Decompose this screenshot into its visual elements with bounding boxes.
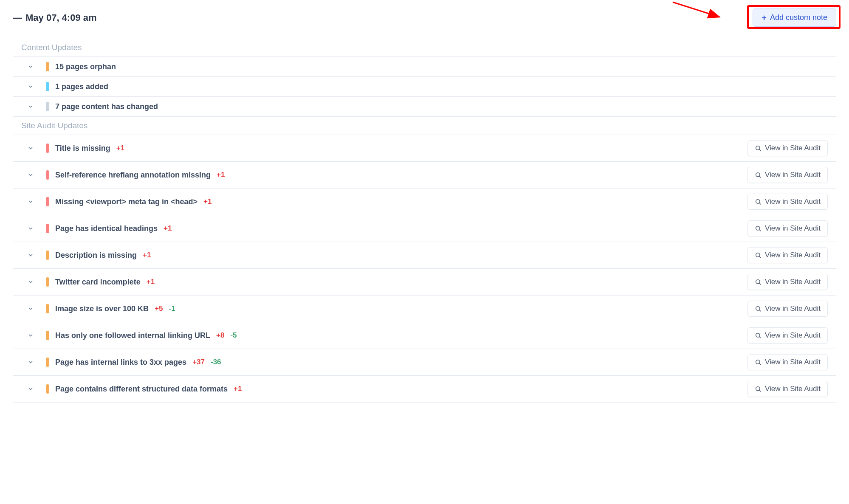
site-audit-header: Site Audit Updates [13,117,836,135]
item-label: Page contains different structured data … [55,385,228,394]
content-update-row: 1 pages added [13,77,836,97]
view-button-label: View in Site Audit [765,144,821,152]
item-label: 7 page content has changed [55,102,158,111]
site-audit-row: Has only one followed internal linking U… [13,322,836,349]
item-label: Title is missing [55,144,110,153]
item-label: 15 pages orphan [55,62,116,71]
view-in-site-audit-button[interactable]: View in Site Audit [747,247,828,263]
svg-line-17 [759,337,761,338]
chevron-down-icon[interactable] [21,145,40,151]
chevron-down-icon[interactable] [21,199,40,205]
svg-line-7 [759,203,761,204]
delta-increase: +1 [116,144,124,152]
severity-indicator [46,331,49,340]
site-audit-row: Self-reference hreflang annotation missi… [13,162,836,189]
chevron-down-icon[interactable] [21,64,40,70]
severity-indicator [46,102,49,111]
chevron-down-icon[interactable] [21,84,40,90]
site-audit-list: Title is missing+1View in Site AuditSelf… [13,135,836,403]
chevron-down-icon[interactable] [21,386,40,392]
add-custom-note-button[interactable]: + Add custom note [753,8,836,27]
delta-increase: +8 [216,331,224,340]
severity-indicator [46,170,49,180]
severity-indicator [46,251,49,260]
chevron-down-icon[interactable] [21,359,40,365]
view-button-label: View in Site Audit [765,171,821,179]
view-in-site-audit-button[interactable]: View in Site Audit [747,354,828,370]
svg-line-15 [759,310,761,311]
item-label: Image size is over 100 KB [55,304,149,313]
delta-increase: +1 [217,171,225,179]
add-note-label: Add custom note [770,13,827,22]
severity-indicator [46,277,49,287]
severity-indicator [46,304,49,313]
delta-increase: +1 [147,278,155,286]
chevron-down-icon[interactable] [21,279,40,285]
collapse-toggle[interactable]: — [13,13,22,23]
item-label: Page has identical headings [55,224,158,233]
search-icon [755,145,762,152]
content-update-row: 7 page content has changed [13,97,836,117]
view-in-site-audit-button[interactable]: View in Site Audit [747,381,828,397]
view-in-site-audit-button[interactable]: View in Site Audit [747,167,828,183]
delta-increase: +1 [164,224,172,233]
delta-increase: +37 [192,358,205,366]
view-in-site-audit-button[interactable]: View in Site Audit [747,274,828,290]
search-icon [755,386,762,392]
view-in-site-audit-button[interactable]: View in Site Audit [747,194,828,210]
severity-indicator [46,224,49,233]
item-label: Has only one followed internal linking U… [55,331,210,340]
delta-increase: +1 [203,197,212,206]
view-in-site-audit-button[interactable]: View in Site Audit [747,140,828,156]
severity-indicator [46,62,49,71]
item-label: 1 pages added [55,82,108,91]
content-updates-header: Content Updates [13,39,836,57]
svg-line-21 [759,390,761,391]
site-audit-row: Twitter card incomplete+1View in Site Au… [13,269,836,296]
chevron-down-icon[interactable] [21,332,40,338]
chevron-down-icon[interactable] [21,172,40,178]
page-title: May 07, 4:09 am [25,12,97,23]
delta-decrease: -5 [230,331,237,340]
search-icon [755,198,762,205]
site-audit-row: Missing <viewport> meta tag in <head>+1V… [13,189,836,215]
search-icon [755,225,762,232]
view-in-site-audit-button[interactable]: View in Site Audit [747,220,828,237]
site-audit-row: Page has identical headings+1View in Sit… [13,215,836,242]
chevron-down-icon[interactable] [21,225,40,231]
chevron-down-icon[interactable] [21,306,40,312]
search-icon [755,252,762,259]
delta-decrease: -1 [169,304,175,313]
content-update-row: 15 pages orphan [13,57,836,77]
site-audit-row: Image size is over 100 KB+5-1View in Sit… [13,296,836,322]
search-icon [755,305,762,312]
annotation-arrow [673,2,741,28]
svg-line-3 [759,149,761,151]
search-icon [755,172,762,178]
chevron-down-icon[interactable] [21,252,40,258]
content-updates-list: 15 pages orphan1 pages added7 page conte… [13,57,836,117]
site-audit-row: Description is missing+1View in Site Aud… [13,242,836,269]
view-button-label: View in Site Audit [765,251,821,259]
svg-line-13 [759,283,761,284]
severity-indicator [46,384,49,394]
view-button-label: View in Site Audit [765,197,821,206]
delta-increase: +5 [155,304,163,313]
site-audit-row: Page has internal links to 3xx pages+37-… [13,349,836,376]
severity-indicator [46,82,49,91]
item-label: Page has internal links to 3xx pages [55,358,186,367]
svg-line-11 [759,256,761,258]
item-label: Description is missing [55,251,137,260]
view-in-site-audit-button[interactable]: View in Site Audit [747,327,828,344]
svg-line-5 [759,176,761,177]
svg-line-19 [759,363,761,365]
severity-indicator [46,197,49,206]
severity-indicator [46,358,49,367]
chevron-down-icon[interactable] [21,104,40,110]
svg-line-9 [759,230,761,231]
view-button-label: View in Site Audit [765,224,821,233]
view-in-site-audit-button[interactable]: View in Site Audit [747,301,828,317]
item-label: Missing <viewport> meta tag in <head> [55,197,197,206]
item-label: Self-reference hreflang annotation missi… [55,171,211,180]
severity-indicator [46,144,49,153]
